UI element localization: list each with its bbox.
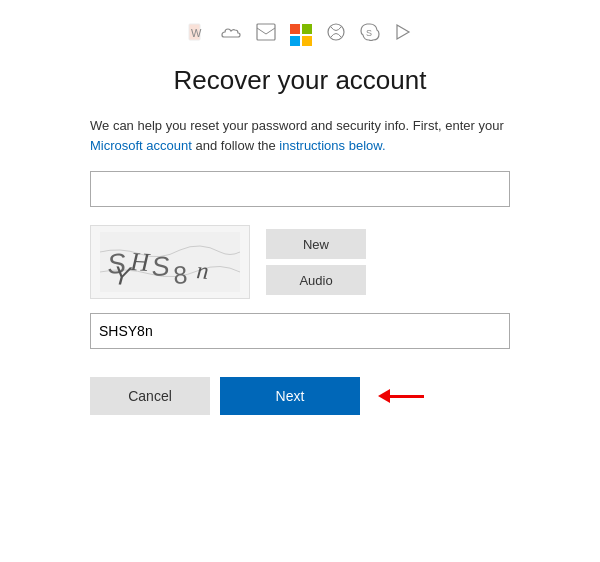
- svg-text:n: n: [196, 257, 210, 284]
- svg-text:H: H: [129, 247, 151, 277]
- microsoft-account-link[interactable]: Microsoft account: [90, 138, 192, 153]
- svg-text:S: S: [366, 28, 372, 38]
- outlook-icon: [256, 23, 276, 46]
- description: We can help you reset your password and …: [90, 116, 510, 155]
- next-button[interactable]: Next: [220, 377, 360, 415]
- cancel-button[interactable]: Cancel: [90, 377, 210, 415]
- xbox-icon: [326, 22, 346, 47]
- onedrive-icon: [220, 24, 242, 45]
- instructions-link[interactable]: instructions below.: [279, 138, 385, 153]
- captcha-svg: S H S Y 8 n: [100, 232, 240, 292]
- microsoft-logo: [290, 24, 312, 46]
- office-icon: W: [188, 22, 206, 47]
- captcha-row: S H S Y 8 n New Audio: [90, 225, 510, 299]
- captcha-image: S H S Y 8 n: [90, 225, 250, 299]
- new-captcha-button[interactable]: New: [266, 229, 366, 259]
- product-icons: W S: [188, 22, 412, 47]
- svg-text:W: W: [191, 27, 202, 39]
- captcha-input[interactable]: [90, 313, 510, 349]
- page-title: Recover your account: [90, 65, 510, 96]
- msn-icon: [394, 23, 412, 46]
- red-arrow: [378, 389, 424, 403]
- svg-text:8: 8: [172, 260, 188, 289]
- email-input[interactable]: [90, 171, 510, 207]
- svg-rect-2: [257, 24, 275, 40]
- button-row: Cancel Next: [90, 377, 510, 415]
- svg-marker-5: [397, 25, 409, 39]
- captcha-buttons: New Audio: [266, 229, 366, 295]
- svg-text:S: S: [151, 251, 171, 282]
- arrow-line: [388, 395, 424, 398]
- svg-point-3: [328, 24, 344, 40]
- audio-captcha-button[interactable]: Audio: [266, 265, 366, 295]
- skype-icon: S: [360, 22, 380, 47]
- main-content: Recover your account We can help you res…: [90, 65, 510, 415]
